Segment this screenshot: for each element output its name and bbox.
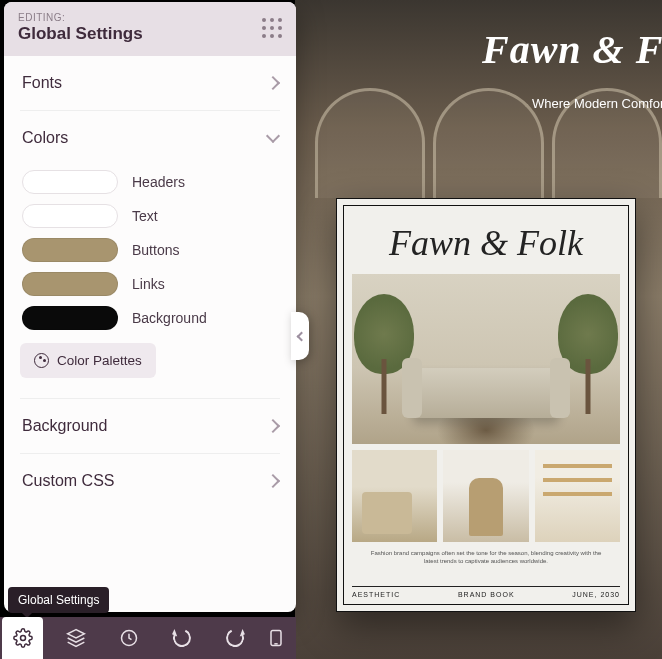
section-colors: Colors HeadersTextButtonsLinksBackground… (20, 111, 280, 399)
color-row[interactable]: Links (20, 267, 280, 301)
panel-body: Fonts Colors HeadersTextButtonsLinksBack… (4, 56, 296, 612)
card-footer-center: BRAND BOOK (458, 591, 515, 598)
section-toggle-background[interactable]: Background (20, 399, 280, 453)
panel-eyebrow: EDITING: (18, 12, 282, 23)
card-caption: Fashion brand campaigns often set the to… (344, 542, 628, 566)
card-main-image (352, 274, 620, 444)
gear-icon (13, 628, 33, 648)
card-footer-left: AESTHETIC (352, 591, 400, 598)
card-footer-right: JUNE, 2030 (572, 591, 620, 598)
layers-button[interactable] (55, 617, 96, 659)
settings-panel: EDITING: Global Settings Fonts Colors He… (4, 2, 296, 612)
section-fonts: Fonts (20, 56, 280, 111)
history-icon (119, 628, 139, 648)
color-palettes-button[interactable]: Color Palettes (20, 343, 156, 378)
section-toggle-colors[interactable]: Colors (20, 111, 280, 165)
chevron-right-icon (266, 419, 280, 433)
svg-marker-1 (67, 630, 84, 638)
color-palettes-label: Color Palettes (57, 353, 142, 368)
device-preview-button[interactable] (255, 617, 296, 659)
color-label: Text (132, 208, 158, 224)
section-label: Background (22, 417, 107, 435)
section-toggle-custom-css[interactable]: Custom CSS (20, 454, 280, 508)
card-thumb (535, 450, 620, 542)
redo-icon (223, 626, 246, 649)
color-label: Background (132, 310, 207, 326)
panel-title: Global Settings (18, 24, 282, 44)
chevron-left-icon (297, 331, 307, 341)
color-row[interactable]: Text (20, 199, 280, 233)
chevron-right-icon (266, 474, 280, 488)
global-settings-button[interactable] (2, 617, 43, 659)
color-swatch[interactable] (22, 272, 118, 296)
hero-title: Fawn & Folk (482, 26, 662, 73)
brand-card[interactable]: Fawn & Folk Fashion brand campaigns ofte… (336, 198, 636, 612)
chevron-right-icon (266, 76, 280, 90)
undo-icon (170, 626, 193, 649)
svg-point-0 (20, 636, 25, 641)
section-label: Fonts (22, 74, 62, 92)
card-thumb (352, 450, 437, 542)
undo-button[interactable] (161, 617, 202, 659)
chevron-down-icon (266, 129, 280, 143)
layers-icon (66, 628, 86, 648)
color-swatch[interactable] (22, 306, 118, 330)
section-background: Background (20, 399, 280, 454)
color-row[interactable]: Headers (20, 165, 280, 199)
color-label: Buttons (132, 242, 179, 258)
tooltip: Global Settings (8, 587, 109, 613)
section-custom-css: Custom CSS (20, 454, 280, 508)
section-toggle-fonts[interactable]: Fonts (20, 56, 280, 110)
card-footer: AESTHETIC BRAND BOOK JUNE, 2030 (352, 586, 620, 598)
color-label: Links (132, 276, 165, 292)
hero-subtitle: Where Modern Comfort Meets Timeless Desi… (532, 96, 662, 111)
color-swatch[interactable] (22, 204, 118, 228)
color-label: Headers (132, 174, 185, 190)
color-swatch[interactable] (22, 170, 118, 194)
color-row[interactable]: Background (20, 301, 280, 335)
card-thumb (443, 450, 528, 542)
palette-icon (34, 353, 49, 368)
card-title: Fawn & Folk (344, 206, 628, 274)
section-label: Colors (22, 129, 68, 147)
color-row[interactable]: Buttons (20, 233, 280, 267)
editor-toolbar (0, 617, 296, 659)
device-icon (266, 628, 286, 648)
drag-handle-icon[interactable] (260, 16, 284, 40)
section-label: Custom CSS (22, 472, 114, 490)
history-button[interactable] (108, 617, 149, 659)
collapse-panel-button[interactable] (291, 312, 309, 360)
color-swatch[interactable] (22, 238, 118, 262)
panel-header: EDITING: Global Settings (4, 2, 296, 56)
redo-button[interactable] (214, 617, 255, 659)
card-thumb-row (352, 450, 620, 542)
colors-list: HeadersTextButtonsLinksBackgroundColor P… (20, 165, 280, 398)
